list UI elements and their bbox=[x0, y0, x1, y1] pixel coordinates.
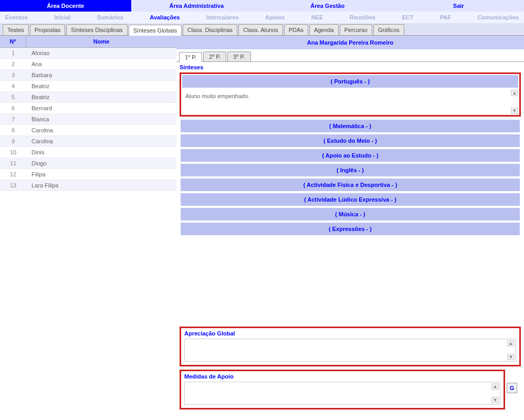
tab[interactable]: Sínteses Globais bbox=[129, 25, 182, 36]
scroll-up-icon[interactable]: ▲ bbox=[491, 383, 499, 390]
tab[interactable]: Sínteses Disciplinas bbox=[66, 24, 127, 35]
student-name: Bianca bbox=[26, 116, 49, 122]
scroll-down-icon[interactable]: ▼ bbox=[507, 354, 515, 360]
student-row[interactable]: 5Beatriz bbox=[0, 92, 176, 103]
student-name: Barbara bbox=[26, 72, 52, 78]
student-number: 10 bbox=[0, 149, 26, 155]
area-tab[interactable]: Área Administrativa bbox=[131, 0, 263, 12]
student-row[interactable]: 10Dinis bbox=[0, 147, 176, 158]
scroll-up-icon[interactable]: ▲ bbox=[511, 90, 518, 96]
subnav-item[interactable]: Avaliações bbox=[150, 14, 180, 20]
tab[interactable]: Gráficos bbox=[373, 24, 404, 35]
selected-student-name: Ana Margarida Pereira Romeiro bbox=[176, 36, 524, 49]
student-name: Lara Filipa bbox=[26, 182, 58, 188]
student-name: Carolina bbox=[26, 138, 53, 144]
student-number: 6 bbox=[0, 105, 26, 111]
student-row[interactable]: 9Carolina bbox=[0, 136, 176, 147]
tab[interactable]: PDAs bbox=[284, 24, 308, 35]
scrollbar[interactable]: ▲ ▼ bbox=[491, 383, 499, 403]
period-tab[interactable]: 2º P. bbox=[203, 51, 226, 61]
subnav-item[interactable]: ECT bbox=[402, 14, 414, 20]
student-row[interactable]: 1Afonso bbox=[0, 48, 176, 59]
student-row[interactable]: 3Barbara bbox=[0, 70, 176, 81]
sinteses-box: ( Português - ) Aluno muito empenhado. ▲… bbox=[180, 72, 521, 117]
scroll-down-icon[interactable]: ▼ bbox=[491, 397, 499, 403]
medidas-label: Medidas de Apoio bbox=[181, 371, 504, 382]
student-row[interactable]: 13Lara Filipa bbox=[0, 180, 176, 191]
subnav-item[interactable]: Apoios bbox=[265, 14, 285, 20]
student-name: Diogo bbox=[26, 160, 47, 166]
subnav-item[interactable]: Reuniões bbox=[350, 14, 376, 20]
subnav-item[interactable]: PAF bbox=[440, 14, 451, 20]
g-button[interactable]: G bbox=[507, 383, 517, 393]
tab[interactable]: Propostas bbox=[30, 24, 66, 35]
student-name: Ana bbox=[26, 61, 42, 67]
apreciacao-label: Apreciação Global bbox=[181, 328, 519, 339]
tab[interactable]: Class. Alunos bbox=[238, 24, 283, 35]
subnav-item[interactable]: Intercalares bbox=[206, 14, 239, 20]
subject-collapsed[interactable]: ( Inglês - ) bbox=[181, 164, 520, 176]
tab[interactable]: Agenda bbox=[309, 24, 339, 35]
student-name: Filipa bbox=[26, 171, 45, 177]
tab[interactable]: Testes bbox=[3, 24, 29, 35]
student-row[interactable]: 7Bianca bbox=[0, 114, 176, 125]
subject-text: Aluno muito empenhado. bbox=[185, 93, 249, 99]
subnav-item[interactable]: Inicial bbox=[54, 14, 70, 20]
student-list-header: Nº Nome bbox=[0, 36, 176, 48]
medidas-textarea[interactable]: ▲ ▼ bbox=[184, 382, 500, 405]
subject-collapsed[interactable]: ( Música - ) bbox=[181, 208, 520, 220]
tab[interactable]: Percurso bbox=[340, 24, 372, 35]
period-tab[interactable]: 3º P. bbox=[227, 51, 250, 61]
apreciacao-textarea[interactable]: ▲ ▼ bbox=[184, 339, 516, 362]
subnav-item[interactable]: Sumários bbox=[97, 14, 123, 20]
student-number: 3 bbox=[0, 72, 26, 78]
area-tab[interactable]: Área Docente bbox=[0, 0, 131, 12]
student-row[interactable]: 6Bernard bbox=[0, 103, 176, 114]
tab[interactable]: Class. Disciplinas bbox=[183, 24, 237, 35]
student-name: Beatriz bbox=[26, 83, 49, 89]
student-number: 9 bbox=[0, 138, 26, 144]
student-name: Carolina bbox=[26, 127, 53, 133]
period-tab[interactable]: 1º P. bbox=[179, 52, 202, 62]
student-number: 1 bbox=[0, 50, 26, 56]
col-header-number: Nº bbox=[0, 36, 26, 47]
student-number: 7 bbox=[0, 116, 26, 122]
student-row[interactable]: 11Diogo bbox=[0, 158, 176, 169]
subnav-item[interactable]: Eventos bbox=[5, 14, 28, 20]
medidas-apoio-box: Medidas de Apoio ▲ ▼ G bbox=[180, 370, 505, 410]
student-row[interactable]: 8Carolina bbox=[0, 125, 176, 136]
student-number: 13 bbox=[0, 182, 26, 188]
tab-bar: TestesPropostasSínteses DisciplinasSínte… bbox=[0, 23, 524, 36]
apreciacao-global-box: Apreciação Global ▲ ▼ bbox=[180, 327, 521, 366]
col-header-name: Nome bbox=[26, 36, 176, 47]
student-row[interactable]: 12Filipa bbox=[0, 169, 176, 180]
area-tab[interactable]: Área Gestão bbox=[262, 0, 393, 12]
subject-collapsed[interactable]: ( Actividade Lúdico Expressiva - ) bbox=[181, 193, 520, 206]
area-tab[interactable]: Sair bbox=[393, 0, 525, 12]
subject-content-portugues[interactable]: Aluno muito empenhado. ▲ ▼ bbox=[181, 89, 519, 115]
subnav-item[interactable]: NEE bbox=[311, 14, 323, 20]
student-row[interactable]: 2Ana bbox=[0, 59, 176, 70]
scrollbar[interactable]: ▲ ▼ bbox=[507, 340, 515, 360]
subject-collapsed[interactable]: ( Estudo do Meio - ) bbox=[181, 134, 520, 147]
scroll-down-icon[interactable]: ▼ bbox=[511, 108, 518, 114]
student-number: 12 bbox=[0, 171, 26, 177]
scroll-up-icon[interactable]: ▲ bbox=[507, 340, 515, 346]
detail-panel: Ana Margarida Pereira Romeiro 1º P.2º P.… bbox=[176, 36, 524, 413]
subject-header-portugues[interactable]: ( Português - ) bbox=[182, 75, 518, 88]
student-number: 4 bbox=[0, 83, 26, 89]
subnav-item[interactable]: Comunicações bbox=[478, 14, 519, 20]
area-nav: Área DocenteÁrea AdministrativaÁrea Gest… bbox=[0, 0, 524, 12]
sinteses-label: Sínteses bbox=[176, 62, 524, 72]
subject-collapsed[interactable]: ( Apoio ao Estudo - ) bbox=[181, 149, 520, 162]
student-row[interactable]: 4Beatriz bbox=[0, 81, 176, 92]
sub-nav: EventosInicialSumáriosAvaliaçõesIntercal… bbox=[0, 12, 524, 23]
student-number: 11 bbox=[0, 160, 26, 166]
subject-collapsed[interactable]: ( Matemática - ) bbox=[181, 120, 520, 132]
period-tabs: 1º P.2º P.3º P. bbox=[176, 49, 524, 62]
subject-collapsed[interactable]: ( Actividade Física e Desportiva - ) bbox=[181, 178, 520, 191]
subject-collapsed[interactable]: ( Expressões - ) bbox=[181, 223, 520, 235]
scrollbar[interactable]: ▲ ▼ bbox=[511, 90, 518, 114]
student-name: Bernard bbox=[26, 105, 52, 111]
student-number: 5 bbox=[0, 94, 26, 100]
